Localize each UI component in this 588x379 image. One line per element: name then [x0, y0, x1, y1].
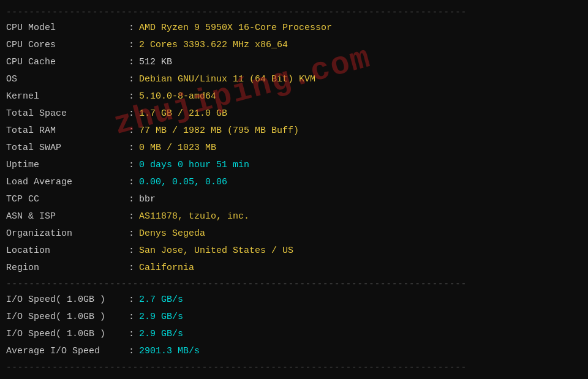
- asn-isp-label: ASN & ISP: [6, 209, 129, 224]
- avg-io-speed-row: Average I/O Speed : 2901.3 MB/s: [6, 343, 582, 360]
- avg-io-speed-label: Average I/O Speed: [6, 344, 129, 359]
- region-value: California: [139, 261, 194, 276]
- location-colon: :: [129, 244, 134, 258]
- io-speed-3-value: 2.9 GB/s: [139, 327, 183, 342]
- total-ram-label: Total RAM: [6, 124, 129, 138]
- total-swap-value: 0 MB / 1023 MB: [139, 141, 216, 156]
- kernel-label: Kernel: [6, 89, 129, 104]
- load-average-colon: :: [129, 175, 134, 190]
- region-row: Region : California: [6, 260, 582, 277]
- uptime-colon: :: [129, 158, 134, 173]
- io-speed-1-value: 2.7 GB/s: [139, 293, 183, 307]
- tcp-cc-row: TCP CC : bbr: [6, 191, 582, 208]
- organization-row: Organization : Denys Segeda: [6, 225, 582, 242]
- load-average-row: Load Average : 0.00, 0.05, 0.06: [6, 174, 582, 191]
- total-swap-label: Total SWAP: [6, 141, 129, 156]
- kernel-row: Kernel : 5.10.0-8-amd64: [6, 88, 582, 105]
- cpu-cores-colon: :: [129, 38, 134, 53]
- region-colon: :: [129, 261, 134, 276]
- uptime-row: Uptime : 0 days 0 hour 51 min: [6, 157, 582, 174]
- load-average-label: Load Average: [6, 175, 129, 190]
- total-ram-value: 77 MB / 1982 MB (795 MB Buff): [139, 124, 299, 138]
- io-speed-2-row: I/O Speed( 1.0GB ) : 2.9 GB/s: [6, 309, 582, 326]
- io-speed-2-label: I/O Speed( 1.0GB ): [6, 310, 129, 325]
- cpu-model-colon: :: [129, 21, 134, 36]
- location-value: San Jose, United States / US: [139, 244, 293, 258]
- io-speed-3-label: I/O Speed( 1.0GB ): [6, 327, 129, 342]
- terminal: zhujipíng.com --------------------------…: [0, 0, 588, 379]
- total-space-label: Total Space: [6, 107, 129, 121]
- tcp-cc-label: TCP CC: [6, 192, 129, 207]
- organization-value: Denys Segeda: [139, 227, 205, 241]
- cpu-cores-label: CPU Cores: [6, 38, 129, 53]
- cpu-cores-row: CPU Cores : 2 Cores 3393.622 MHz x86_64: [6, 37, 582, 54]
- os-value: Debian GNU/Linux 11 (64 Bit) KVM: [139, 72, 315, 87]
- bottom-divider: ----------------------------------------…: [6, 362, 582, 372]
- io-speed-1-row: I/O Speed( 1.0GB ) : 2.7 GB/s: [6, 291, 582, 309]
- cpu-cache-row: CPU Cache : 512 KB: [6, 54, 582, 71]
- tcp-cc-value: bbr: [139, 192, 156, 207]
- os-colon: :: [129, 72, 134, 87]
- cpu-cache-colon: :: [129, 55, 134, 70]
- avg-io-speed-colon: :: [129, 344, 134, 359]
- io-speed-2-colon: :: [129, 310, 134, 325]
- io-speed-3-row: I/O Speed( 1.0GB ) : 2.9 GB/s: [6, 326, 582, 343]
- total-swap-colon: :: [129, 141, 134, 156]
- region-label: Region: [6, 261, 129, 276]
- io-speed-2-value: 2.9 GB/s: [139, 310, 183, 325]
- total-space-colon: :: [129, 107, 134, 121]
- cpu-cache-value: 512 KB: [139, 55, 172, 70]
- organization-label: Organization: [6, 227, 129, 241]
- cpu-model-row: CPU Model : AMD Ryzen 9 5950X 16-Core Pr…: [6, 20, 582, 37]
- asn-isp-row: ASN & ISP : AS11878, tzulo, inc.: [6, 208, 582, 225]
- cpu-cores-value: 2 Cores 3393.622 MHz x86_64: [139, 38, 288, 53]
- os-row: OS : Debian GNU/Linux 11 (64 Bit) KVM: [6, 71, 582, 88]
- top-divider: ----------------------------------------…: [6, 7, 582, 17]
- location-row: Location : San Jose, United States / US: [6, 242, 582, 260]
- cpu-model-label: CPU Model: [6, 21, 129, 36]
- cpu-model-value: AMD Ryzen 9 5950X 16-Core Processor: [139, 21, 332, 36]
- total-space-value: 1.7 GB / 21.0 GB: [139, 107, 227, 121]
- asn-isp-value: AS11878, tzulo, inc.: [139, 209, 249, 224]
- os-label: OS: [6, 72, 129, 87]
- asn-isp-colon: :: [129, 209, 134, 224]
- kernel-value: 5.10.0-8-amd64: [139, 89, 216, 104]
- total-ram-colon: :: [129, 124, 134, 138]
- uptime-value: 0 days 0 hour 51 min: [139, 158, 249, 173]
- load-average-value: 0.00, 0.05, 0.06: [139, 175, 227, 190]
- cpu-cache-label: CPU Cache: [6, 55, 129, 70]
- avg-io-speed-value: 2901.3 MB/s: [139, 344, 200, 359]
- organization-colon: :: [129, 227, 134, 241]
- total-space-row: Total Space : 1.7 GB / 21.0 GB: [6, 105, 582, 122]
- tcp-cc-colon: :: [129, 192, 134, 207]
- io-speed-1-colon: :: [129, 293, 134, 307]
- location-label: Location: [6, 244, 129, 258]
- total-swap-row: Total SWAP : 0 MB / 1023 MB: [6, 140, 582, 157]
- uptime-label: Uptime: [6, 158, 129, 173]
- total-ram-row: Total RAM : 77 MB / 1982 MB (795 MB Buff…: [6, 122, 582, 140]
- middle-divider: ----------------------------------------…: [6, 279, 582, 289]
- kernel-colon: :: [129, 89, 134, 104]
- io-speed-3-colon: :: [129, 327, 134, 342]
- io-speed-1-label: I/O Speed( 1.0GB ): [6, 293, 129, 307]
